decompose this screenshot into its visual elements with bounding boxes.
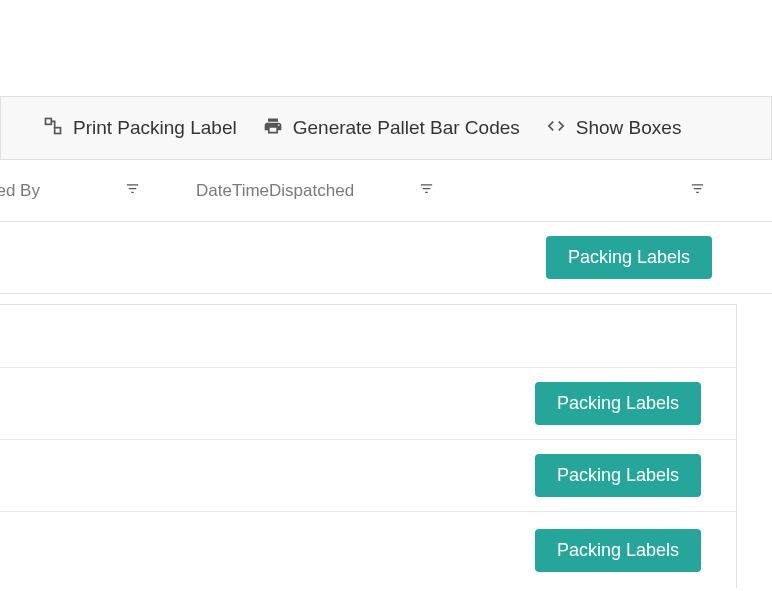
column-header-label: DateTimeDispatched bbox=[196, 181, 354, 201]
print-icon bbox=[263, 116, 283, 141]
workflow-icon bbox=[43, 116, 63, 141]
column-header-label: belled By bbox=[0, 181, 40, 201]
packing-labels-button[interactable]: Packing Labels bbox=[535, 529, 701, 572]
show-boxes-button[interactable]: Show Boxes bbox=[546, 116, 682, 141]
table-header-row: belled By DateTimeDispatched bbox=[0, 160, 772, 222]
packing-labels-button[interactable]: Packing Labels bbox=[535, 382, 701, 425]
toolbar: Print Packing Label Generate Pallet Bar … bbox=[0, 96, 772, 160]
code-icon bbox=[546, 116, 566, 141]
packing-labels-button[interactable]: Packing Labels bbox=[535, 454, 701, 497]
toolbar-label: Show Boxes bbox=[576, 117, 682, 139]
packing-labels-button[interactable]: Packing Labels bbox=[546, 236, 712, 279]
filter-icon[interactable] bbox=[125, 181, 140, 201]
filter-icon[interactable] bbox=[690, 181, 705, 201]
toolbar-label: Print Packing Label bbox=[73, 117, 237, 139]
print-packing-label-button[interactable]: Print Packing Label bbox=[43, 116, 237, 141]
table-row: Packing Labels bbox=[0, 368, 737, 440]
column-header-datetime-dispatched[interactable]: DateTimeDispatched bbox=[196, 181, 434, 201]
table-row: Packing Labels bbox=[0, 222, 772, 294]
column-header-actions[interactable] bbox=[690, 181, 720, 201]
svg-rect-0 bbox=[46, 118, 52, 124]
table-row bbox=[0, 304, 737, 368]
toolbar-label: Generate Pallet Bar Codes bbox=[293, 117, 520, 139]
svg-rect-1 bbox=[55, 127, 61, 133]
table-row: Packing Labels bbox=[0, 512, 737, 588]
generate-pallet-barcodes-button[interactable]: Generate Pallet Bar Codes bbox=[263, 116, 520, 141]
filter-icon[interactable] bbox=[419, 181, 434, 201]
column-header-labelled-by[interactable]: belled By bbox=[0, 181, 140, 201]
table-row: Packing Labels bbox=[0, 440, 737, 512]
